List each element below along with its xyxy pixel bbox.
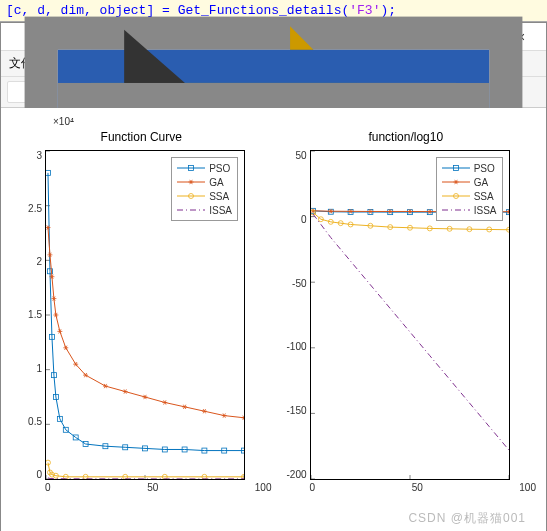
legend-entry: GA (177, 175, 232, 189)
chart-title-left: Function Curve (11, 130, 272, 148)
xaxis-left: 050100 (11, 480, 272, 493)
legend-entry: GA (442, 175, 497, 189)
watermark: CSDN @机器猫001 (408, 510, 526, 527)
insert-legend-icon[interactable] (231, 81, 253, 103)
plot-area: ×10⁴ Function Curve 32.521.510.50 PSOGAS… (1, 108, 546, 531)
legend-entry: ISSA (442, 203, 497, 217)
chart-left: ×10⁴ Function Curve 32.521.510.50 PSOGAS… (11, 116, 272, 493)
legend-entry: PSO (177, 161, 232, 175)
legend-entry: PSO (442, 161, 497, 175)
xaxis-right: 050100 (276, 480, 537, 493)
y-multiplier-label: ×10⁴ (11, 116, 272, 130)
chart-right: function/log10 500-50-100-150-200 PSOGAS… (276, 116, 537, 493)
yaxis-left: 32.521.510.50 (11, 150, 45, 480)
yaxis-right: 500-50-100-150-200 (276, 150, 310, 480)
legend-entry: SSA (177, 189, 232, 203)
legend-entry: ISSA (177, 203, 232, 217)
chart-title-right: function/log10 (276, 130, 537, 148)
axes-right[interactable]: PSOGASSAISSA (310, 150, 510, 480)
figure-window: Figure 1 — □ × 文件(F)编辑(E)查看(V)插入(I)工具(T)… (0, 22, 547, 531)
legend-left[interactable]: PSOGASSAISSA (171, 157, 238, 221)
legend-right[interactable]: PSOGASSAISSA (436, 157, 503, 221)
legend-entry: SSA (442, 189, 497, 203)
toolbar (1, 77, 546, 108)
axes-left[interactable]: PSOGASSAISSA (45, 150, 245, 480)
